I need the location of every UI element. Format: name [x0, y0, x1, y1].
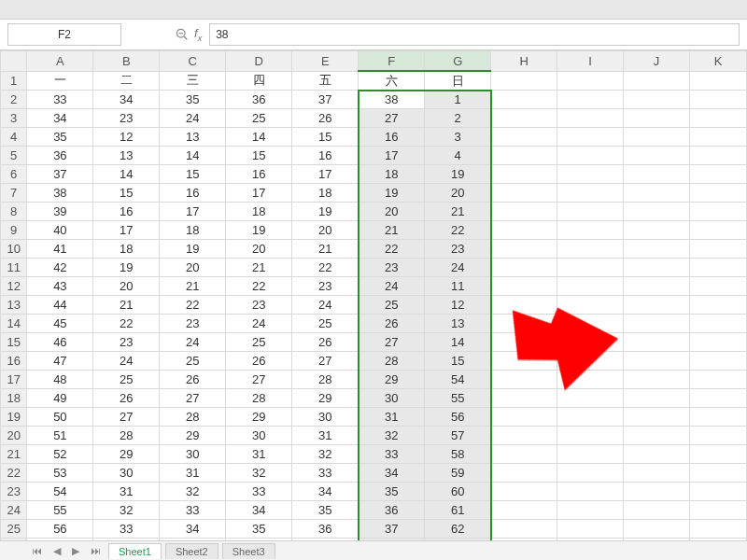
- cell[interactable]: [690, 71, 747, 91]
- cell[interactable]: 14: [93, 165, 160, 184]
- cell[interactable]: [491, 165, 557, 184]
- cell[interactable]: 20: [226, 240, 292, 259]
- cell[interactable]: 27: [160, 389, 226, 408]
- cell[interactable]: 16: [93, 203, 160, 221]
- cell[interactable]: [557, 147, 624, 165]
- row-header[interactable]: 5: [1, 147, 27, 165]
- cell[interactable]: 41: [27, 240, 93, 259]
- cell[interactable]: 32: [359, 427, 425, 445]
- cell[interactable]: 日: [425, 71, 491, 91]
- cell[interactable]: 34: [292, 483, 359, 501]
- cell[interactable]: [491, 259, 557, 277]
- cell[interactable]: 36: [27, 147, 93, 165]
- cell[interactable]: [624, 333, 690, 352]
- row-header[interactable]: 22: [1, 464, 27, 483]
- cell[interactable]: 20: [160, 259, 226, 277]
- cell[interactable]: [690, 333, 747, 352]
- cell[interactable]: 59: [425, 464, 491, 483]
- tab-nav-last-icon[interactable]: ⏭: [87, 545, 105, 556]
- cell[interactable]: [557, 259, 624, 277]
- cell[interactable]: 42: [27, 259, 93, 277]
- cell[interactable]: 33: [292, 464, 359, 483]
- cell[interactable]: [624, 259, 690, 277]
- cell[interactable]: 24: [226, 315, 292, 333]
- cell[interactable]: 39: [27, 203, 93, 221]
- cell[interactable]: 36: [292, 520, 359, 539]
- cell[interactable]: 32: [292, 445, 359, 464]
- cell[interactable]: 3: [425, 128, 491, 147]
- cell[interactable]: 16: [292, 147, 359, 165]
- cell[interactable]: 17: [359, 147, 425, 165]
- cell[interactable]: [491, 184, 557, 203]
- cell[interactable]: 33: [93, 520, 160, 539]
- cell[interactable]: 25: [292, 315, 359, 333]
- cell[interactable]: 31: [226, 445, 292, 464]
- tab-nav-next-icon[interactable]: ▶: [68, 545, 83, 557]
- cell[interactable]: [557, 464, 624, 483]
- cell[interactable]: 35: [226, 520, 292, 539]
- cell[interactable]: [690, 520, 747, 539]
- cell[interactable]: 34: [359, 464, 425, 483]
- zoom-out-icon[interactable]: [176, 28, 189, 41]
- row-header[interactable]: 25: [1, 520, 27, 539]
- cell[interactable]: 17: [292, 165, 359, 184]
- cell[interactable]: 六: [359, 71, 425, 91]
- cell[interactable]: 55: [27, 501, 93, 520]
- cell[interactable]: [624, 128, 690, 147]
- cell[interactable]: 35: [359, 483, 425, 501]
- cell[interactable]: 34: [93, 91, 160, 109]
- row-header[interactable]: 1: [1, 71, 27, 91]
- cell[interactable]: 16: [226, 165, 292, 184]
- cell[interactable]: 31: [93, 483, 160, 501]
- cell[interactable]: [557, 165, 624, 184]
- row-header[interactable]: 17: [1, 371, 27, 389]
- cell[interactable]: 14: [425, 333, 491, 352]
- cell[interactable]: 29: [226, 408, 292, 427]
- cell[interactable]: 22: [226, 277, 292, 296]
- cell[interactable]: [557, 520, 624, 539]
- cell[interactable]: 21: [160, 277, 226, 296]
- cell[interactable]: 26: [292, 109, 359, 128]
- cell[interactable]: 37: [359, 520, 425, 539]
- cell[interactable]: 1: [425, 91, 491, 109]
- cell[interactable]: [624, 147, 690, 165]
- cell[interactable]: 32: [226, 464, 292, 483]
- cell[interactable]: [557, 315, 624, 333]
- cell[interactable]: 52: [27, 445, 93, 464]
- cell[interactable]: 37: [27, 165, 93, 184]
- cell[interactable]: 24: [425, 259, 491, 277]
- cell[interactable]: 38: [27, 184, 93, 203]
- cell[interactable]: [624, 408, 690, 427]
- cell[interactable]: 25: [226, 333, 292, 352]
- cell[interactable]: 34: [160, 520, 226, 539]
- row-header[interactable]: 7: [1, 184, 27, 203]
- cell[interactable]: 20: [93, 277, 160, 296]
- cell[interactable]: 二: [93, 71, 160, 91]
- cell[interactable]: 16: [160, 184, 226, 203]
- cell[interactable]: 48: [27, 371, 93, 389]
- row-header[interactable]: 21: [1, 445, 27, 464]
- cell[interactable]: 15: [160, 165, 226, 184]
- column-header[interactable]: D: [226, 51, 292, 72]
- cell[interactable]: 28: [93, 427, 160, 445]
- cell[interactable]: [557, 203, 624, 221]
- cell[interactable]: [491, 147, 557, 165]
- cell[interactable]: [557, 483, 624, 501]
- cell[interactable]: 12: [93, 128, 160, 147]
- cell[interactable]: 54: [27, 483, 93, 501]
- cell[interactable]: [491, 408, 557, 427]
- cell[interactable]: [491, 296, 557, 315]
- cell[interactable]: [624, 371, 690, 389]
- cell[interactable]: 28: [292, 371, 359, 389]
- row-header[interactable]: 9: [1, 221, 27, 240]
- cell[interactable]: 19: [359, 184, 425, 203]
- cell[interactable]: 14: [226, 128, 292, 147]
- cell[interactable]: [690, 296, 747, 315]
- cell[interactable]: 21: [226, 259, 292, 277]
- column-header[interactable]: G: [425, 51, 491, 72]
- cell[interactable]: [624, 296, 690, 315]
- cell[interactable]: 25: [226, 109, 292, 128]
- cell[interactable]: 36: [226, 91, 292, 109]
- cell[interactable]: 44: [27, 296, 93, 315]
- column-header[interactable]: C: [160, 51, 226, 72]
